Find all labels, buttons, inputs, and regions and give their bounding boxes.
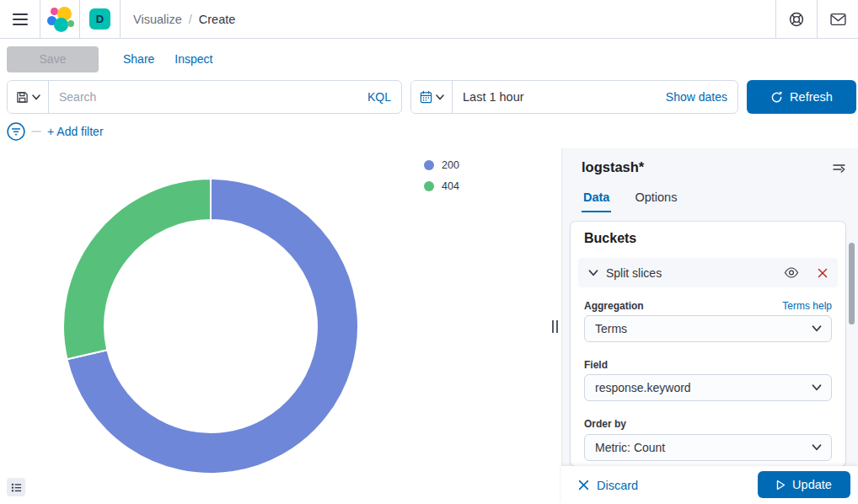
menu-button[interactable] bbox=[0, 0, 40, 38]
toggle-visibility-button[interactable] bbox=[784, 266, 799, 279]
chevron-down-icon bbox=[812, 444, 822, 451]
space-selector-button[interactable]: D bbox=[80, 0, 120, 38]
update-button[interactable]: Update bbox=[758, 471, 850, 498]
legend-dot bbox=[424, 160, 434, 170]
filter-icon bbox=[7, 122, 25, 141]
share-button[interactable]: Share bbox=[123, 52, 154, 66]
elastic-logo-icon bbox=[46, 5, 74, 34]
chevron-down-icon bbox=[32, 94, 40, 100]
split-slices-row[interactable]: Split slices bbox=[578, 258, 838, 287]
remove-bucket-button[interactable] bbox=[818, 268, 828, 278]
save-query-icon bbox=[16, 91, 29, 104]
legend-toggle-button[interactable] bbox=[7, 478, 25, 496]
order-by-select[interactable]: Metric: Count bbox=[584, 434, 832, 461]
visualize-toolbar: Save Share Inspect bbox=[0, 39, 858, 79]
field-label-row: Field bbox=[584, 359, 832, 371]
remove-x-icon bbox=[818, 268, 828, 278]
refresh-button[interactable]: Refresh bbox=[747, 80, 856, 114]
elastic-home-button[interactable] bbox=[40, 0, 79, 38]
breadcrumb-visualize[interactable]: Visualize bbox=[133, 13, 182, 26]
terms-help-link[interactable]: Terms help bbox=[782, 300, 832, 312]
play-icon bbox=[776, 480, 786, 491]
mail-button[interactable] bbox=[818, 0, 858, 38]
collapse-panel-icon bbox=[832, 161, 846, 174]
discard-label: Discard bbox=[597, 479, 638, 492]
time-range-value[interactable]: Last 1 hour bbox=[463, 90, 524, 104]
filter-divider bbox=[31, 131, 41, 132]
field-value: response.keyword bbox=[595, 381, 691, 394]
aggregation-label: Aggregation bbox=[584, 300, 644, 312]
breadcrumb-create: Create bbox=[199, 13, 236, 26]
chart-legend: 200404 bbox=[424, 159, 459, 192]
refresh-icon bbox=[770, 91, 783, 104]
index-pattern-title: logstash* bbox=[582, 159, 644, 175]
show-dates-button[interactable]: Show dates bbox=[666, 90, 737, 104]
chevron-down-icon bbox=[436, 94, 444, 100]
chevron-down-icon bbox=[812, 325, 822, 332]
add-filter-button[interactable]: + Add filter bbox=[47, 125, 104, 138]
breadcrumb: Visualize / Create bbox=[133, 0, 235, 38]
panel-scrollbar[interactable] bbox=[849, 243, 855, 324]
space-badge: D bbox=[89, 8, 110, 29]
discard-x-icon bbox=[578, 480, 589, 491]
query-bar: KQL bbox=[7, 80, 402, 114]
update-label: Update bbox=[792, 478, 832, 491]
inspect-button[interactable]: Inspect bbox=[174, 52, 212, 66]
tab-data[interactable]: Data bbox=[582, 190, 611, 212]
date-quick-select-button[interactable] bbox=[411, 81, 453, 113]
saved-query-menu-button[interactable] bbox=[8, 81, 49, 113]
eye-icon bbox=[784, 266, 799, 279]
donut-chart bbox=[61, 176, 361, 476]
collapse-panel-button[interactable] bbox=[832, 161, 846, 174]
buckets-card: Buckets Split slices Aggregation Terms h… bbox=[571, 222, 845, 466]
pie-slice-404[interactable] bbox=[63, 179, 211, 359]
panel-header: logstash* bbox=[582, 159, 846, 175]
menu-icon bbox=[12, 13, 29, 26]
breadcrumb-separator: / bbox=[189, 13, 192, 26]
order-by-label-row: Order by bbox=[584, 418, 832, 430]
vis-editor-panel: logstash* Data Options Buckets Split sli… bbox=[561, 148, 858, 504]
refresh-label: Refresh bbox=[790, 90, 833, 104]
chevron-down-icon bbox=[812, 384, 822, 391]
chevron-down-icon bbox=[588, 270, 598, 276]
buckets-heading: Buckets bbox=[584, 231, 636, 246]
legend-label: 404 bbox=[442, 180, 459, 192]
mail-icon bbox=[830, 13, 846, 26]
order-by-value: Metric: Count bbox=[595, 441, 665, 454]
divider bbox=[120, 0, 121, 38]
legend-dot bbox=[424, 181, 434, 191]
field-label: Field bbox=[584, 359, 608, 371]
panel-resize-handle[interactable] bbox=[548, 148, 561, 504]
filter-menu-button[interactable] bbox=[7, 122, 25, 141]
save-button[interactable]: Save bbox=[7, 46, 99, 72]
legend-item-200[interactable]: 200 bbox=[424, 159, 459, 171]
aggregation-select[interactable]: Terms bbox=[584, 315, 832, 342]
calendar-icon bbox=[420, 90, 432, 104]
tab-options[interactable]: Options bbox=[633, 190, 678, 212]
legend-list-icon bbox=[11, 482, 22, 493]
editor-tabs: Data Options bbox=[582, 190, 678, 212]
discard-button[interactable]: Discard bbox=[578, 479, 638, 492]
legend-item-404[interactable]: 404 bbox=[424, 180, 459, 192]
field-select[interactable]: response.keyword bbox=[584, 374, 832, 401]
query-language-button[interactable]: KQL bbox=[367, 90, 401, 104]
legend-label: 200 bbox=[442, 159, 459, 171]
help-button[interactable] bbox=[776, 0, 817, 38]
order-by-label: Order by bbox=[584, 418, 626, 430]
aggregation-label-row: Aggregation Terms help bbox=[584, 300, 832, 312]
visualization-chart-area: 200404 bbox=[0, 148, 561, 504]
editor-footer: Discard Update bbox=[561, 466, 858, 504]
date-picker: Last 1 hour Show dates bbox=[410, 80, 738, 114]
resize-grip-icon bbox=[552, 320, 558, 333]
filter-bar: + Add filter bbox=[0, 115, 858, 147]
search-input[interactable] bbox=[49, 81, 367, 113]
help-icon bbox=[789, 12, 804, 27]
kibana-visualize-app: D Visualize / Create Save Share Inspect … bbox=[0, 0, 858, 504]
top-header: D Visualize / Create bbox=[0, 0, 858, 39]
bucket-label: Split slices bbox=[606, 266, 662, 280]
aggregation-value: Terms bbox=[595, 322, 627, 335]
